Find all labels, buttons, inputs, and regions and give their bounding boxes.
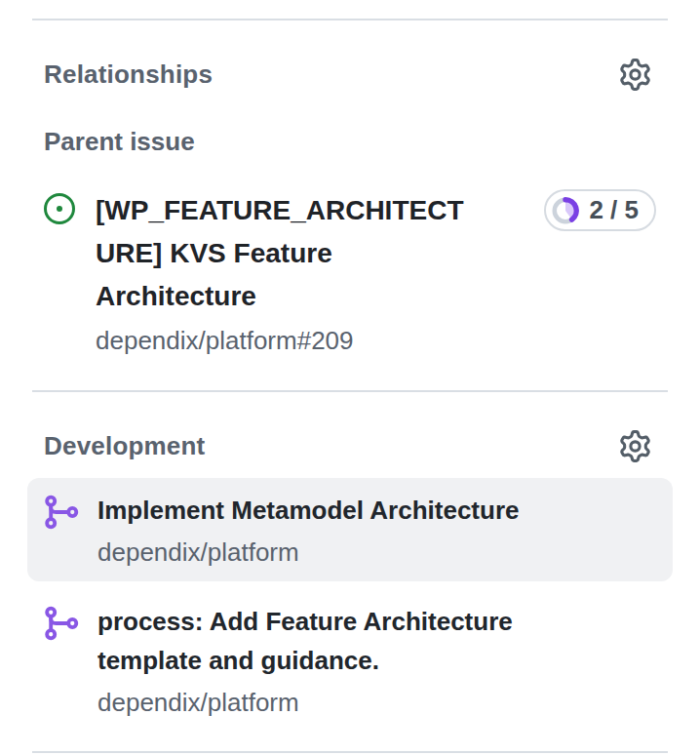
dev-item-process-template[interactable]: process: Add Feature Architecture templa… xyxy=(27,589,673,732)
parent-issue-label: Parent issue xyxy=(32,127,668,157)
gear-icon xyxy=(619,59,651,91)
parent-issue-text: [WP_FEATURE_ARCHITECTURE] KVS Feature Ar… xyxy=(96,189,481,357)
dev-item-repo: dependix/platform xyxy=(97,686,575,719)
section-divider xyxy=(32,390,668,392)
development-header: Development xyxy=(32,429,668,462)
issue-open-icon xyxy=(44,193,75,224)
relationships-settings-button[interactable] xyxy=(618,58,651,91)
sub-issues-progress-badge: 2 / 5 xyxy=(544,189,656,231)
dev-item-title[interactable]: Implement Metamodel Architecture xyxy=(97,491,519,530)
progress-count: 2 / 5 xyxy=(589,195,639,225)
relationships-section: Relationships Parent issue [WP_FEATURE_A… xyxy=(32,58,668,357)
relationships-header: Relationships xyxy=(32,58,668,91)
dev-item-repo: dependix/platform xyxy=(97,536,519,569)
section-divider xyxy=(32,19,668,20)
relationships-heading: Relationships xyxy=(44,60,213,90)
parent-issue-item[interactable]: [WP_FEATURE_ARCHITECTURE] KVS Feature Ar… xyxy=(32,189,668,357)
development-settings-button[interactable] xyxy=(618,429,651,462)
dev-item-text: Implement Metamodel Architecture dependi… xyxy=(97,491,519,569)
git-branch-icon xyxy=(44,605,79,642)
progress-pie-icon xyxy=(551,196,580,225)
dev-item-title[interactable]: process: Add Feature Architecture templa… xyxy=(97,602,575,680)
dev-item-text: process: Add Feature Architecture templa… xyxy=(97,602,575,719)
dev-item-implement-metamodel[interactable]: Implement Metamodel Architecture dependi… xyxy=(27,478,673,581)
section-divider xyxy=(32,751,668,753)
git-branch-icon xyxy=(44,494,79,531)
parent-issue-repo-ref: dependix/platform#209 xyxy=(96,324,481,357)
gear-icon xyxy=(619,430,651,462)
issue-sidebar: Relationships Parent issue [WP_FEATURE_A… xyxy=(0,19,700,755)
development-section: Development xyxy=(32,429,668,737)
development-list: Implement Metamodel Architecture dependi… xyxy=(32,478,668,737)
parent-issue-title[interactable]: [WP_FEATURE_ARCHITECTURE] KVS Feature Ar… xyxy=(96,189,481,318)
development-heading: Development xyxy=(44,431,205,461)
